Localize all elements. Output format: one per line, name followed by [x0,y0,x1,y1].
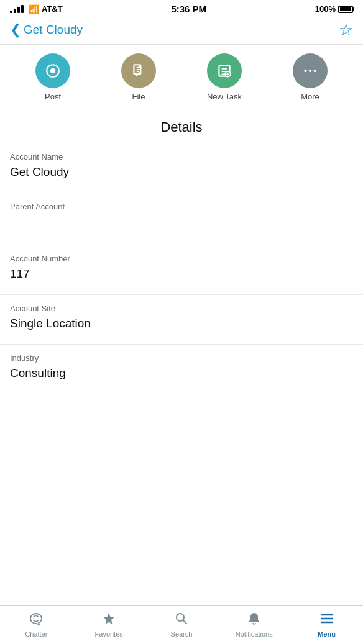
new-task-icon [216,63,232,79]
nav-bar: ❮ Get Cloudy ☆ [0,17,363,45]
back-button[interactable]: ❮ Get Cloudy [10,23,83,37]
parent-account-label: Parent Account [10,202,353,211]
action-post-button[interactable]: Post [22,53,84,101]
notifications-icon [247,611,262,628]
bottom-nav-menu[interactable]: Menu [302,611,352,638]
file-icon [131,63,147,79]
post-circle [35,53,70,88]
action-row: Post File New Task [0,45,363,109]
bottom-nav-favorites[interactable]: Favorites [84,611,134,638]
carrier-label: AT&T [42,4,63,14]
account-number-label: Account Number [10,254,353,263]
bottom-nav-notifications[interactable]: Notifications [229,611,279,638]
favorites-icon [101,611,116,628]
parent-account-value [10,215,353,237]
industry-label: Industry [10,353,353,363]
file-label: File [132,92,145,101]
industry-field: Industry Consulting [0,345,363,394]
status-bar: 📶 AT&T 5:36 PM 100% [0,0,363,17]
status-right: 100% [315,4,353,14]
battery-label: 100% [315,4,336,14]
more-circle [293,53,328,88]
action-new-task-button[interactable]: New Task [193,53,255,101]
account-name-value: Get Cloudy [10,165,353,179]
bottom-nav-search[interactable]: Search [157,611,206,638]
more-label: More [301,92,319,101]
new-task-label: New Task [207,92,242,101]
bottom-nav: Chatter Favorites Search Notifications [0,605,363,644]
svg-line-15 [183,620,186,624]
action-more-button[interactable]: More [279,53,341,101]
search-label: Search [171,630,193,638]
section-title: Details [0,109,363,143]
account-site-label: Account Site [10,304,353,313]
menu-icon [319,611,334,628]
account-name-field: Account Name Get Cloudy [0,143,363,193]
post-label: Post [45,92,61,101]
svg-point-10 [304,70,306,72]
new-task-circle [207,53,242,88]
chevron-left-icon: ❮ [10,23,21,37]
svg-point-11 [309,70,311,72]
industry-value: Consulting [10,366,353,380]
chatter-icon [29,611,44,628]
search-icon [174,611,189,628]
svg-marker-13 [103,613,114,624]
content-area: Details Account Name Get Cloudy Parent A… [0,109,363,605]
file-circle [121,53,156,88]
svg-point-12 [313,70,316,72]
account-site-value: Single Location [10,317,353,330]
bottom-nav-chatter[interactable]: Chatter [11,611,61,638]
account-name-label: Account Name [10,152,353,161]
account-number-field: Account Number 117 [0,245,363,295]
status-left: 📶 AT&T [10,4,63,14]
account-site-field: Account Site Single Location [0,295,363,345]
notifications-label: Notifications [236,630,273,638]
chatter-label: Chatter [25,630,47,638]
menu-label: Menu [318,630,336,638]
status-time: 5:36 PM [171,4,206,14]
favorite-star-button[interactable]: ☆ [339,22,353,38]
svg-point-1 [50,68,56,74]
parent-account-field: Parent Account [0,193,363,245]
wifi-icon: 📶 [29,4,39,14]
battery-icon [338,6,353,13]
back-label: Get Cloudy [24,23,83,37]
action-file-button[interactable]: File [108,53,170,101]
more-icon [302,63,318,79]
favorites-label: Favorites [95,630,123,638]
signal-icon [10,5,24,13]
post-icon [45,63,61,79]
account-number-value: 117 [10,267,353,281]
